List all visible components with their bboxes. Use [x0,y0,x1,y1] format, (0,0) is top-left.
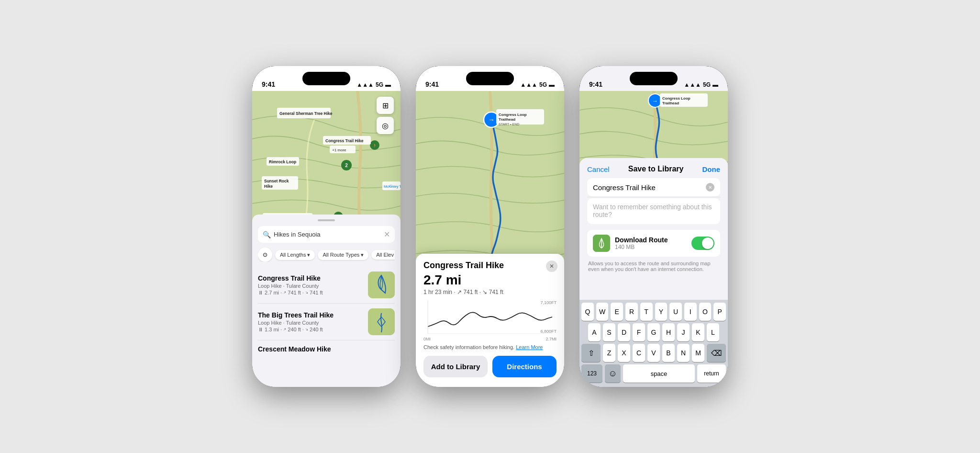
key-e[interactable]: E [611,303,623,321]
key-x[interactable]: X [618,344,630,362]
trail-thumb-1 [368,308,395,335]
search-clear-btn[interactable]: ✕ [384,230,390,239]
directions-btn[interactable]: Directions [492,356,557,377]
svg-text:→: → [652,98,658,104]
key-shift[interactable]: ⇧ [581,344,601,362]
svg-text:2: 2 [345,163,348,168]
trail-list-item-0[interactable]: Congress Trail Hike Loop Hike · Tulare C… [258,267,395,304]
key-a[interactable]: A [588,323,601,341]
status-time-2: 9:41 [425,80,439,88]
key-p[interactable]: P [713,303,726,321]
dynamic-island-2 [466,72,514,85]
sheet-close-btn[interactable]: ✕ [546,260,557,272]
add-to-library-btn[interactable]: Add to Library [423,356,488,377]
elev-labels-x: 0MI 2.7MI [423,337,557,341]
modal-cancel-btn[interactable]: Cancel [587,165,610,173]
network-3: 5G [703,81,711,88]
search-bar[interactable]: 🔍 ✕ [258,226,395,243]
trail-list: Congress Trail Hike Loop Hike · Tulare C… [258,267,395,358]
signal-icon-1: ▲▲▲ [356,81,374,88]
key-f[interactable]: F [633,323,645,341]
filter-types[interactable]: All Route Types ▾ [318,250,368,260]
filter-elev[interactable]: All Elev [371,250,395,260]
location-btn[interactable]: ◎ [377,117,394,134]
download-info: Download Route 140 MB [615,236,687,250]
key-i[interactable]: I [684,303,697,321]
key-o[interactable]: O [699,303,712,321]
phone-3: 9:41 ▲▲▲ 5G ▬ [579,66,728,387]
modal-done-btn[interactable]: Done [702,165,721,173]
download-toggle[interactable] [691,237,714,250]
p1-content: 2 🚶 🚶 General Sherman Tree Hike Congress… [252,91,401,387]
key-u[interactable]: U [669,303,682,321]
battery-icon-2: ▬ [549,81,555,88]
key-z[interactable]: Z [603,344,615,362]
map-controls-p1: ⊞ ◎ [377,97,394,134]
key-n[interactable]: N [677,344,690,362]
scene: 9:41 ▲▲▲ 5G ▬ [223,57,757,396]
status-icons-2: ▲▲▲ 5G ▬ [520,81,555,88]
modal-title: Save to Library [628,165,684,173]
trail-info-0: Congress Trail Hike Loop Hike · Tulare C… [258,274,363,295]
elevation-chart: 7,100FT 6,800FT [423,300,557,334]
map-layers-btn[interactable]: ⊞ [377,97,394,114]
learn-more-link[interactable]: Learn More [516,344,543,350]
key-return[interactable]: return [697,364,726,383]
key-c[interactable]: C [633,344,645,362]
svg-text:Congress Trail Hike: Congress Trail Hike [325,138,364,143]
key-space[interactable]: space [623,364,695,383]
key-123[interactable]: 123 [581,364,602,383]
clear-name-btn[interactable]: ✕ [706,183,714,192]
key-backspace[interactable]: ⌫ [707,344,726,362]
svg-text:McKinley Tree: McKinley Tree [384,184,401,189]
trail-detail-title: Congress Trail Hike [423,260,557,271]
status-icons-1: ▲▲▲ 5G ▬ [356,81,391,88]
name-input[interactable] [593,183,706,192]
key-g[interactable]: G [647,323,660,341]
signal-icon-3: ▲▲▲ [684,81,701,88]
network-2: 5G [539,81,547,88]
trail-list-item-2[interactable]: Crescent Meadow Hike [258,340,395,358]
svg-text:Congress Loop: Congress Loop [499,113,527,117]
key-l[interactable]: L [707,323,719,341]
status-time-3: 9:41 [589,80,602,88]
key-m[interactable]: M [692,344,704,362]
svg-text:Hike: Hike [264,184,273,189]
modal-header: Cancel Save to Library Done [579,158,728,178]
search-input-1[interactable] [274,231,381,238]
download-size: 140 MB [615,244,687,250]
action-buttons: Add to Library Directions [423,356,557,377]
key-row-3: ⇧ Z X C V B N M ⌫ [581,344,726,362]
filter-row: ⊙ All Lengths ▾ All Route Types ▾ All El… [258,248,395,262]
filter-lengths[interactable]: All Lengths ▾ [275,250,315,260]
key-b[interactable]: B [662,344,675,362]
p2-content: → Congress Loop Trailhead START • END ✕ … [416,91,564,387]
key-j[interactable]: J [677,323,690,341]
key-row-bottom: 123 ☺ space return [581,364,726,383]
status-time-1: 9:41 [262,80,275,88]
trail-list-item-1[interactable]: The Big Trees Trail Hike Loop Hike · Tul… [258,304,395,340]
modal-body: ✕ Want to remember something about this … [579,178,728,283]
notes-input[interactable]: Want to remember something about this ro… [587,198,720,224]
key-emoji[interactable]: ☺ [605,364,621,383]
key-w[interactable]: W [596,303,609,321]
battery-icon-1: ▬ [385,81,391,88]
key-k[interactable]: K [692,323,704,341]
key-r[interactable]: R [625,303,638,321]
key-h[interactable]: H [662,323,675,341]
name-input-container: ✕ [587,178,720,196]
dynamic-island-3 [630,72,678,85]
filter-icon-btn[interactable]: ⊙ [258,248,272,262]
key-t[interactable]: T [640,303,653,321]
elev-labels-y: 7,100FT 6,800FT [540,300,557,334]
elev-svg [423,300,557,334]
download-note: Allows you to access the route and surro… [587,260,720,272]
key-s[interactable]: S [603,323,615,341]
phone-2: 9:41 ▲▲▲ 5G ▬ [416,66,564,387]
key-y[interactable]: Y [655,303,668,321]
key-v[interactable]: V [647,344,660,362]
safety-text: Check safety information before hiking. … [423,344,557,350]
key-d[interactable]: D [618,323,630,341]
key-q[interactable]: Q [581,303,594,321]
keyboard: Q W E R T Y U I O P A [579,300,728,387]
